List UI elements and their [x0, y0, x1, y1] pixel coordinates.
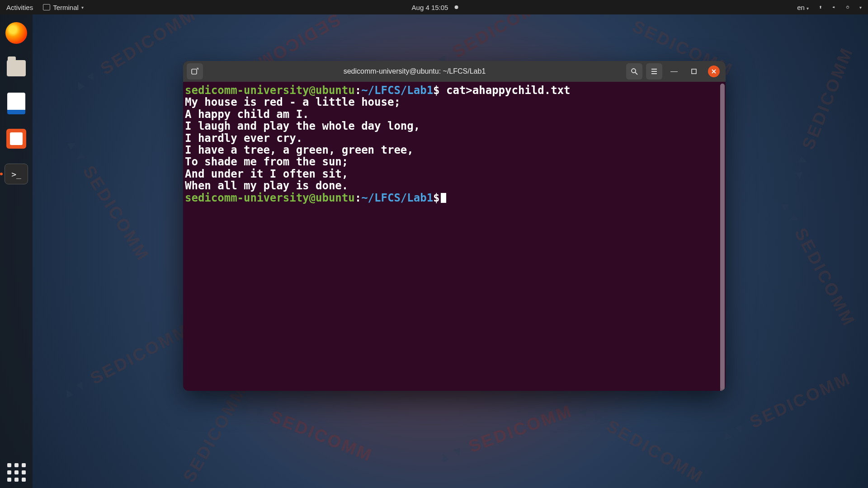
- output-line: I hardly ever cry.: [185, 132, 722, 144]
- chevron-down-icon: ▾: [807, 6, 809, 11]
- network-icon[interactable]: [817, 4, 824, 11]
- gnome-top-bar: Activities Terminal ▾ Aug 4 15:05 en ▾ ▾: [0, 0, 868, 14]
- volume-icon[interactable]: [830, 4, 838, 11]
- search-icon: [630, 67, 638, 75]
- show-applications-button[interactable]: [7, 463, 26, 482]
- maximize-button[interactable]: [686, 63, 702, 80]
- maximize-icon: [691, 69, 697, 74]
- new-tab-button[interactable]: [187, 63, 203, 80]
- output-line: My house is red - a little house;: [185, 96, 722, 108]
- svg-rect-5: [692, 69, 696, 74]
- output-line: And under it I often sit,: [185, 168, 722, 180]
- terminal-launcher[interactable]: >_: [3, 161, 29, 187]
- hamburger-icon: [650, 67, 658, 75]
- window-title: sedicomm-university@ubuntu: ~/LFCS/Lab1: [207, 67, 623, 75]
- ubuntu-dock: >_: [0, 14, 33, 488]
- firefox-launcher[interactable]: [3, 20, 29, 46]
- close-button[interactable]: [706, 63, 722, 80]
- writer-launcher[interactable]: [3, 90, 29, 117]
- power-icon[interactable]: [844, 4, 851, 11]
- search-button[interactable]: [626, 63, 642, 80]
- terminal-titlebar[interactable]: sedicomm-university@ubuntu: ~/LFCS/Lab1 …: [183, 61, 726, 82]
- new-tab-icon: [191, 67, 199, 75]
- notification-dot-icon: [454, 5, 458, 9]
- terminal-window: sedicomm-university@ubuntu: ~/LFCS/Lab1 …: [183, 61, 726, 391]
- svg-line-4: [635, 72, 637, 75]
- files-icon: [7, 60, 26, 76]
- activities-button[interactable]: Activities: [5, 3, 35, 12]
- output-line: I laugh and play the whole day long,: [185, 120, 722, 132]
- shopping-bag-icon: [6, 129, 26, 149]
- svg-rect-2: [192, 69, 197, 74]
- terminal-icon: >_: [5, 164, 28, 184]
- firefox-icon: [5, 22, 27, 44]
- output-line: When all my play is done.: [185, 180, 722, 192]
- software-launcher[interactable]: [3, 126, 29, 152]
- hamburger-menu-button[interactable]: [646, 63, 662, 80]
- output-line: I have a tree, a green, green tree,: [185, 144, 722, 156]
- input-source-button[interactable]: en ▾: [795, 3, 811, 12]
- terminal-output-area[interactable]: sedicomm-university@ubuntu:~/LFCS/Lab1$ …: [183, 82, 726, 391]
- text-cursor: [441, 193, 446, 203]
- app-menu-label: Terminal: [53, 4, 79, 11]
- clock-button[interactable]: Aug 4 15:05: [410, 3, 450, 12]
- svg-rect-1: [848, 6, 848, 7]
- terminal-mini-icon: [43, 4, 50, 10]
- app-menu-button[interactable]: Terminal ▾: [41, 3, 85, 12]
- minimize-button[interactable]: —: [666, 63, 682, 80]
- svg-point-3: [632, 69, 636, 73]
- document-icon: [7, 93, 25, 114]
- prompt-line-2: sedicomm-university@ubuntu:~/LFCS/Lab1$: [185, 192, 722, 204]
- chevron-down-icon: ▾: [81, 5, 84, 10]
- output-line: A happy child am I.: [185, 108, 722, 120]
- system-menu-chevron-icon[interactable]: ▾: [858, 4, 863, 11]
- close-icon: [708, 66, 720, 77]
- output-line: To shade me from the sun;: [185, 156, 722, 168]
- input-source-label: en: [797, 4, 805, 11]
- prompt-line-1: sedicomm-university@ubuntu:~/LFCS/Lab1$ …: [185, 84, 722, 96]
- files-launcher[interactable]: [3, 55, 29, 81]
- scrollbar-thumb[interactable]: [720, 84, 725, 391]
- minimize-icon: —: [670, 67, 678, 75]
